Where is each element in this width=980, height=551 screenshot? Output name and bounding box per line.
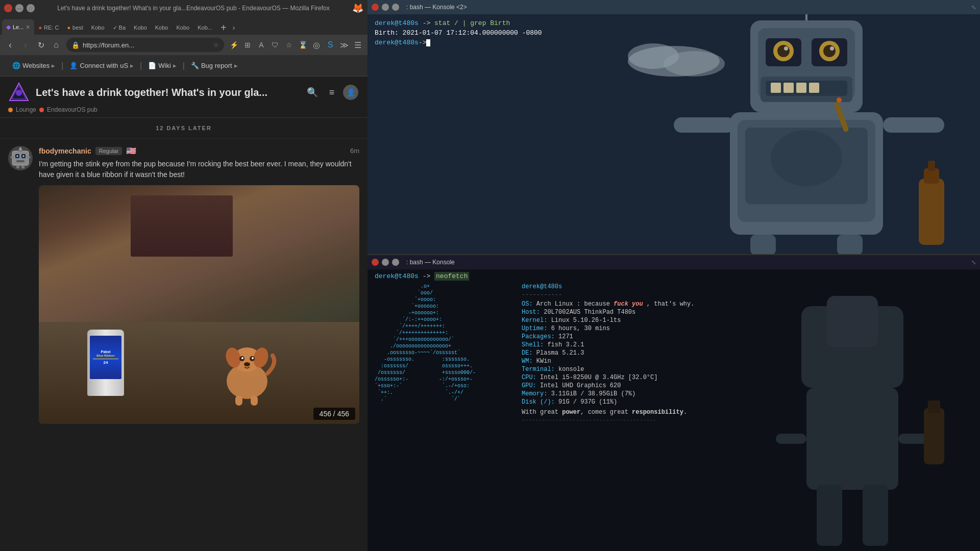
svg-rect-13 — [28, 156, 31, 158]
memory-label: Memory: — [522, 390, 547, 397]
reader-icon[interactable]: A — [255, 38, 268, 52]
tab-active[interactable]: ◆ Le... ✕ — [2, 19, 34, 35]
addon2-icon[interactable]: S — [324, 38, 337, 52]
window-minimize-button[interactable]: — — [15, 4, 23, 12]
term-top-close[interactable] — [372, 4, 379, 11]
home-button[interactable]: ⌂ — [49, 38, 63, 52]
bugreport-nav-item[interactable]: 🔧 Bug report ▸ — [187, 60, 242, 71]
breadcrumb-lounge[interactable]: Lounge — [16, 106, 36, 113]
person-icon: 👤 — [69, 62, 78, 69]
search-button[interactable]: 🔍 — [304, 84, 321, 101]
address-bar[interactable]: 🔒 https://forum.en... ☆ — [66, 38, 224, 52]
gpu-val: Intel UHD Graphics 620 — [540, 382, 621, 389]
tab-overflow-button[interactable]: › — [231, 20, 237, 35]
bookmark-star-icon[interactable]: ☆ — [213, 41, 219, 48]
terminal-bottom-titlebar: : bash — Konsole ⤡ — [368, 255, 980, 269]
image-counter: 456 / 456 — [313, 408, 355, 420]
svg-rect-25 — [235, 395, 242, 406]
user-avatar: 👤 — [343, 85, 358, 100]
tab-4[interactable]: Kobo — [87, 20, 109, 35]
history-icon[interactable]: ⌛ — [296, 38, 309, 52]
kernel-label: Kernel: — [522, 317, 547, 324]
svg-point-2 — [16, 90, 22, 96]
bot-prompt: derek@t480s — [375, 272, 419, 280]
connect-nav-item[interactable]: 👤 Connect with uS ▸ — [65, 60, 138, 71]
term-bot-close[interactable] — [372, 259, 379, 266]
tab2-icon: ● — [38, 24, 42, 31]
websites-label: Websites — [22, 62, 50, 69]
term-bot-minimize[interactable] — [382, 259, 389, 266]
tab1-close[interactable]: ✕ — [26, 24, 30, 31]
cursor-block — [426, 39, 430, 46]
post-text-line2: have given it a blue ribbon if it wasn't… — [39, 170, 185, 179]
post-author-name[interactable]: fbodymechanic — [39, 147, 91, 155]
info-packages: Packages: 1271 — [522, 333, 974, 340]
couch — [131, 195, 233, 257]
tab-3[interactable]: ● best — [63, 20, 87, 35]
container-icon[interactable]: ⊞ — [241, 38, 254, 52]
tab-6[interactable]: Kobo — [130, 20, 151, 35]
wiki-nav-item[interactable]: 📄 Wiki ▸ — [144, 60, 181, 71]
addon3-icon[interactable]: ≫ — [337, 38, 351, 52]
term-bot-resize[interactable]: ⤡ — [971, 259, 976, 266]
post-timestamp: 6m — [350, 147, 359, 155]
post-text-line1: I'm getting the stink eye from the pup b… — [39, 160, 352, 168]
term-top-resize[interactable]: ⤡ — [971, 4, 976, 11]
globe-icon: 🌐 — [12, 62, 20, 69]
term-top-line2: Birth: 2021-01-07 17:12:04.000000000 -08… — [375, 29, 973, 37]
footer-bold2: responsibility — [632, 409, 683, 416]
lounge-dot — [8, 108, 13, 112]
tab-8[interactable]: Kobo — [172, 20, 193, 35]
footer-wisdom: With great power, comes great responsibi… — [522, 409, 974, 416]
shield-icon[interactable]: 🛡 — [268, 38, 282, 52]
addon1-icon[interactable]: ◎ — [310, 38, 323, 52]
lock-icon: 🔒 — [71, 41, 80, 49]
forum-header-actions: 🔍 ≡ 👤 — [304, 84, 359, 101]
back-button[interactable]: ‹ — [3, 38, 17, 52]
days-separator: 12 DAYS LATER — [0, 118, 368, 139]
refresh-button[interactable]: ↻ — [34, 38, 48, 52]
browser-title-bar: ✕ — □ Let's have a drink together! What'… — [0, 0, 368, 16]
wiki-arrow: ▸ — [173, 62, 177, 69]
breadcrumb-pub[interactable]: EndeavourOS pub — [47, 106, 97, 113]
firefox-icon: 🦊 — [352, 3, 363, 14]
extensions-icon[interactable]: ⚡ — [227, 38, 240, 52]
neofetch-hostname: derek@t480s — [522, 283, 974, 290]
user-avatar-button[interactable]: 👤 — [343, 84, 359, 101]
forum-post: fbodymechanic Regular 🇺🇸 6m I'm getting … — [0, 139, 368, 431]
svg-rect-12 — [10, 156, 13, 158]
svg-rect-26 — [251, 395, 258, 406]
terminal-bottom: : bash — Konsole ⤡ derek@t480s -> neofet… — [368, 255, 980, 551]
window-close-button[interactable]: ✕ — [4, 4, 12, 12]
term-top-minimize[interactable] — [382, 4, 389, 11]
cpu-val: Intel i5-8250U @ 3.4GHz [32.0°C] — [540, 374, 657, 381]
new-tab-button[interactable]: + — [216, 20, 231, 35]
info-wm: WM: KWin — [522, 358, 974, 365]
window-maximize-button[interactable]: □ — [27, 4, 35, 12]
info-terminal: Terminal: konsole — [522, 366, 974, 373]
tab-7[interactable]: Kobo — [151, 20, 173, 35]
forum-title-container: Let's have a drink together! What's in y… — [36, 87, 298, 98]
term-prompt1: derek@t480s — [375, 19, 419, 27]
pub-dot — [39, 108, 44, 112]
term-arrow1: -> — [423, 19, 434, 27]
info-cpu: CPU: Intel i5-8250U @ 3.4GHz [32.0°C] — [522, 374, 974, 381]
footer-separator: ---------------------------------------- — [522, 417, 974, 423]
term-top-maximize[interactable] — [392, 4, 399, 11]
tab-2[interactable]: ● RE: C — [34, 20, 63, 35]
post-meta: fbodymechanic Regular 🇺🇸 6m — [39, 146, 359, 156]
post-image[interactable]: Pabst Blue Ribbon 24 — [39, 185, 359, 424]
term-bot-maximize[interactable] — [392, 259, 399, 266]
navigation-bar: ‹ › ↻ ⌂ 🔒 https://forum.en... ☆ ⚡ ⊞ A — [0, 35, 368, 55]
tab-9[interactable]: Kob... — [193, 20, 216, 35]
menu-button[interactable]: ☰ — [351, 38, 364, 52]
bookmark-icon[interactable]: ☆ — [282, 38, 296, 52]
forum-post-title: Let's have a drink together! What's in y… — [36, 87, 298, 98]
tab-5[interactable]: ✓ Ba — [109, 20, 130, 35]
forward-button[interactable]: › — [18, 38, 33, 52]
terminal-top: : bash — Konsole <2> ⤡ — [368, 0, 980, 255]
hamburger-menu-button[interactable]: ≡ — [324, 84, 340, 101]
dog — [214, 335, 280, 409]
info-shell: Shell: fish 3.2.1 — [522, 341, 974, 348]
websites-nav-item[interactable]: 🌐 Websites ▸ — [8, 60, 59, 71]
